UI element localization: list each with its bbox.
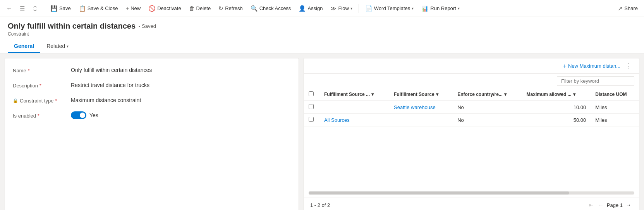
filter-input[interactable] — [557, 76, 634, 86]
pagination-prev-button[interactable]: ← — [597, 201, 605, 209]
word-templates-icon: 📄 — [365, 5, 373, 12]
table-header-row: Fulfillment Source ... ▾ Fulfillment Sou… — [304, 88, 639, 101]
table-header-col-2[interactable]: Fulfillment Source ▾ — [389, 88, 453, 101]
row-1-fulfillment-source: Seattle warehouse — [389, 101, 453, 114]
enabled-required-star: * — [38, 113, 39, 119]
run-report-button[interactable]: 📊 Run Report ▾ — [418, 3, 462, 14]
pagination-first-button[interactable]: ⇤ — [587, 201, 595, 209]
refresh-button[interactable]: ↻ Refresh — [215, 3, 246, 14]
col-3-dropdown-arrow: ▾ — [504, 92, 507, 97]
table-header-col-1[interactable]: Fulfillment Source ... ▾ — [319, 88, 389, 101]
save-button[interactable]: 💾 Save — [47, 3, 74, 14]
field-value-description: Restrict travel distance for trucks — [71, 81, 149, 88]
row-2-checkbox[interactable] — [309, 117, 314, 122]
field-label-description: Description * — [13, 81, 71, 89]
record-saved-status: - Saved — [139, 23, 156, 29]
field-label-is-enabled: Is enabled * — [13, 111, 71, 119]
grid-more-button[interactable]: ⋮ — [623, 61, 634, 70]
col-2-dropdown-arrow: ▾ — [436, 92, 438, 97]
pagination: 1 - 2 of 2 ⇤ ← Page 1 → — [304, 198, 639, 210]
pop-out-button[interactable]: ⬡ — [29, 3, 41, 14]
table-row: Seattle warehouse No 10.00 Miles — [304, 101, 639, 114]
row-1-checkbox[interactable] — [309, 104, 314, 109]
record-title: Only fulfill within certain distances — [8, 22, 136, 31]
form-panel: Name * Only fulfill within certain dista… — [5, 58, 299, 210]
row-2-fulfillment-source-id: All Sources — [319, 114, 389, 126]
new-button[interactable]: + New — [122, 3, 144, 13]
table-header-col-4[interactable]: Maximum allowed ... ▾ — [522, 88, 591, 101]
separator-1 — [44, 4, 44, 13]
row-1-checkbox-cell — [304, 101, 319, 114]
scrollbar-thumb[interactable] — [309, 191, 569, 195]
record-title-container: Only fulfill within certain distances - … — [8, 22, 636, 31]
table-header-checkbox — [304, 88, 319, 101]
row-1-enforce-country: No — [453, 101, 522, 114]
row-2-distance-uom: Miles — [591, 114, 639, 126]
field-row-is-enabled: Is enabled * Yes — [13, 111, 291, 119]
refresh-icon: ↻ — [218, 5, 223, 12]
hamburger-icon: ☰ — [20, 5, 25, 12]
table-header-col-3[interactable]: Enforce country/re... ▾ — [453, 88, 522, 101]
row-2-fulfillment-source — [389, 114, 453, 126]
toolbar-right: ↗ Share — [615, 3, 641, 14]
tabs-container: General Related ▾ — [8, 40, 636, 53]
lock-icon: 🔒 — [13, 98, 18, 103]
separator-2 — [359, 4, 359, 13]
row-1-fulfillment-source-id — [319, 101, 389, 114]
filter-row — [304, 74, 639, 88]
field-label-constraint-type: 🔒 Constraint type * — [13, 96, 71, 104]
record-type: Constraint — [8, 31, 636, 37]
select-all-checkbox[interactable] — [309, 91, 314, 96]
main-content: Name * Only fulfill within certain dista… — [0, 53, 644, 210]
col-1-dropdown-arrow: ▾ — [371, 92, 374, 97]
grid-panel: + New Maximum distan... ⋮ Fu — [304, 58, 639, 210]
flow-icon: ≫ — [330, 5, 337, 12]
row-1-distance-uom: Miles — [591, 101, 639, 114]
save-close-icon: 📋 — [79, 5, 86, 12]
back-icon: ← — [6, 5, 12, 12]
scrollbar-track[interactable] — [309, 191, 634, 195]
deactivate-icon: 🚫 — [148, 5, 156, 12]
pagination-page-label: Page 1 — [607, 202, 623, 208]
flow-dropdown-arrow: ▾ — [350, 6, 352, 10]
assign-button[interactable]: 👤 Assign — [295, 3, 326, 14]
run-report-dropdown-arrow: ▾ — [458, 6, 460, 10]
field-label-name: Name * — [13, 66, 71, 73]
name-required-star: * — [28, 68, 30, 73]
word-templates-button[interactable]: 📄 Word Templates ▾ — [362, 3, 417, 14]
toolbar: ← ☰ ⬡ 💾 Save 📋 Save & Close + New 🚫 Deac… — [0, 0, 644, 17]
share-icon: ↗ — [618, 5, 623, 12]
row-2-maximum-allowed: 50.00 — [522, 114, 591, 126]
share-button[interactable]: ↗ Share — [615, 3, 641, 14]
row-2-enforce-country: No — [453, 114, 522, 126]
related-dropdown-arrow: ▾ — [67, 44, 69, 48]
description-required-star: * — [39, 83, 41, 89]
delete-icon: 🗑 — [189, 5, 195, 12]
pagination-summary: 1 - 2 of 2 — [310, 202, 330, 208]
field-value-constraint-type: Maximum distance constraint — [71, 96, 141, 103]
nav-icon-button[interactable]: ☰ — [17, 3, 28, 14]
row-2-checkbox-cell — [304, 114, 319, 126]
field-value-name: Only fulfill within certain distances — [71, 66, 152, 73]
save-icon: 💾 — [50, 5, 58, 12]
back-button[interactable]: ← — [3, 3, 15, 13]
grid-new-button[interactable]: + New Maximum distan... — [563, 63, 620, 70]
field-row-constraint-type: 🔒 Constraint type * Maximum distance con… — [13, 96, 291, 104]
is-enabled-toggle[interactable] — [71, 111, 86, 119]
toggle-container: Yes — [71, 111, 98, 119]
check-access-icon: 🔍 — [251, 5, 258, 12]
table-header-col-5[interactable]: Distance UOM — [591, 88, 639, 101]
delete-button[interactable]: 🗑 Delete — [186, 3, 214, 13]
tab-related[interactable]: Related ▾ — [40, 40, 75, 53]
field-row-description: Description * Restrict travel distance f… — [13, 81, 291, 89]
constraint-required-star: * — [55, 98, 57, 104]
save-close-button[interactable]: 📋 Save & Close — [76, 3, 121, 14]
table-container: Fulfillment Source ... ▾ Fulfillment Sou… — [304, 88, 639, 188]
tab-general[interactable]: General — [8, 40, 40, 53]
flow-button[interactable]: ≫ Flow ▾ — [327, 3, 355, 14]
check-access-button[interactable]: 🔍 Check Access — [247, 3, 294, 14]
deactivate-button[interactable]: 🚫 Deactivate — [145, 3, 184, 14]
pagination-controls: ⇤ ← Page 1 → — [587, 201, 633, 209]
pagination-next-button[interactable]: → — [624, 201, 633, 209]
col-4-dropdown-arrow: ▾ — [573, 92, 575, 97]
